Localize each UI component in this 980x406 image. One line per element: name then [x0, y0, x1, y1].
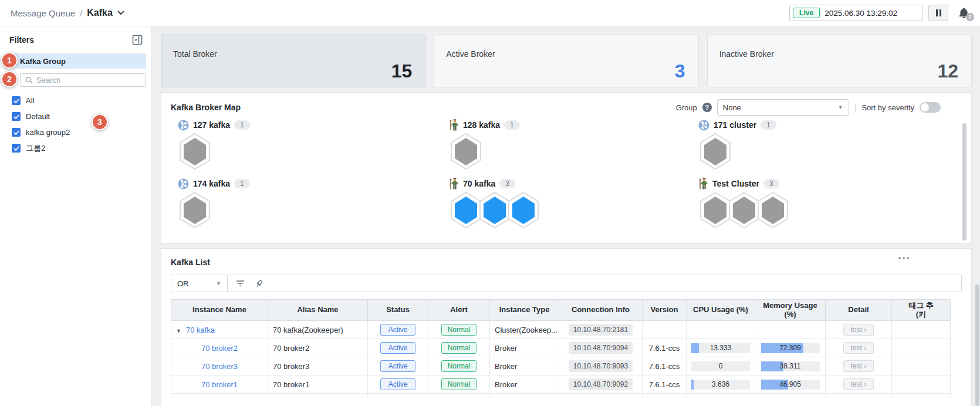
column-header[interactable]: Alias Name: [268, 300, 368, 321]
filter-operator-dropdown[interactable]: OR ▼: [171, 275, 228, 292]
kafka-group-section-header[interactable]: Kafka Group: [5, 53, 146, 69]
detail-cell: test ›: [826, 357, 892, 375]
memory-usage-value: 38.311: [761, 361, 820, 371]
column-header[interactable]: Connection Info: [559, 300, 643, 321]
more-options-icon[interactable]: [898, 257, 909, 259]
column-header[interactable]: Version: [643, 300, 687, 321]
kafka-broker-map-panel: Kafka Broker Map Group ? None ▼ | Sort b…: [161, 92, 972, 243]
filter-item[interactable]: kafka group2: [12, 124, 151, 140]
map-panel-scrollbar[interactable]: [962, 123, 967, 241]
collapse-panel-icon[interactable]: [132, 35, 143, 45]
hexagon-row: [449, 191, 698, 229]
cluster[interactable]: Test Cluster3: [698, 177, 962, 229]
status-cell: Active: [368, 357, 428, 375]
column-header[interactable]: CPU Usage (%): [687, 300, 755, 321]
memory-usage-cell: 46.905: [755, 375, 826, 394]
cluster-count-badge: 1: [234, 120, 250, 130]
kafka-list-header: Kafka List: [171, 255, 962, 270]
cluster[interactable]: 171 cluster1: [698, 119, 962, 170]
memory-usage-bar: 46.905: [761, 380, 820, 390]
topbar-controls: Live 2025.06.30 13:29:02 0: [789, 5, 971, 21]
notification-bell[interactable]: 0: [958, 6, 971, 19]
memory-usage-value: 46.905: [761, 380, 820, 390]
help-icon[interactable]: ?: [702, 103, 712, 112]
breadcrumb-parent[interactable]: Message Queue: [11, 8, 75, 18]
cluster[interactable]: 127 kafka1: [178, 119, 449, 170]
broker-hexagon[interactable]: [449, 133, 483, 170]
annotation-badge-3: 3: [92, 114, 108, 130]
checkbox-checked-icon[interactable]: [12, 96, 21, 105]
cluster[interactable]: 128 kafka1: [449, 119, 698, 170]
broker-hexagon[interactable]: [506, 191, 540, 229]
filters-title: Filters: [9, 35, 34, 45]
pin-icon[interactable]: [255, 279, 263, 288]
column-header[interactable]: Instance Name: [171, 300, 268, 321]
group-search-input[interactable]: Search: [20, 73, 146, 87]
connection-info-cell: 10.10.48.70:9092: [559, 375, 643, 394]
broker-hexagon[interactable]: [698, 133, 732, 170]
cluster-count-badge: 3: [499, 179, 515, 188]
alias-name-cell: 70 broker3: [268, 357, 368, 375]
filter-item[interactable]: Default: [12, 109, 151, 124]
filter-item[interactable]: 그룹2: [12, 140, 151, 156]
cpu-usage-bar: 0: [691, 361, 750, 371]
checkbox-checked-icon[interactable]: [12, 128, 21, 137]
group-select-dropdown[interactable]: None ▼: [717, 99, 849, 116]
alert-badge: Normal: [441, 360, 477, 372]
column-header[interactable]: Alert: [428, 300, 490, 321]
kafka-cluster-icon: [178, 178, 189, 190]
breadcrumb-current[interactable]: Kafka: [87, 8, 113, 18]
checkbox-checked-icon[interactable]: [12, 112, 21, 121]
alias-name-cell: 70 broker2: [268, 339, 368, 357]
column-header[interactable]: 태그 추 (키: [892, 300, 951, 321]
detail-button[interactable]: test ›: [843, 360, 874, 372]
sort-by-severity-label: Sort by severity: [861, 103, 914, 112]
checkbox-checked-icon[interactable]: [12, 144, 21, 153]
kafka-cluster-icon: [178, 120, 189, 131]
controls-divider: |: [854, 103, 857, 112]
cluster-name: Test Cluster: [712, 179, 759, 188]
column-header[interactable]: Status: [368, 300, 428, 321]
filter-icon[interactable]: [235, 279, 245, 287]
broker-hexagon[interactable]: [756, 191, 790, 229]
sort-by-severity-toggle[interactable]: [920, 102, 941, 113]
pause-button[interactable]: [928, 5, 948, 21]
broker-hexagon[interactable]: [178, 191, 212, 229]
live-time-box[interactable]: Live 2025.06.30 13:29:02: [789, 5, 922, 21]
chevron-down-icon[interactable]: [117, 11, 124, 15]
detail-button[interactable]: test ›: [843, 378, 874, 390]
inactive-broker-card[interactable]: Inactive Broker 12: [707, 35, 972, 87]
filters-sidebar: Filters Kafka Group Search AllDefaultkaf…: [0, 26, 151, 406]
cpu-usage-cell: 13.333: [687, 339, 755, 357]
instance-link[interactable]: 70 broker1: [201, 380, 238, 389]
instance-link[interactable]: 70 kafka: [186, 326, 215, 334]
version-cell: 7.6.1-ccs: [643, 375, 687, 394]
alert-cell: Normal: [428, 339, 490, 357]
expand-arrow-icon[interactable]: ▼: [176, 328, 181, 334]
table-body: ▼70 kafka70 kafka(Zookeeper)ActiveNormal…: [171, 321, 951, 397]
cluster-label: 171 cluster1: [698, 119, 962, 131]
column-header[interactable]: Memory Usage (%): [755, 300, 826, 321]
inactive-broker-label: Inactive Broker: [719, 49, 774, 59]
detail-button[interactable]: test ›: [843, 342, 874, 354]
column-header[interactable]: Instance Type: [490, 300, 559, 321]
cluster-count-badge: 1: [504, 120, 520, 130]
cluster[interactable]: 174 kafka1: [178, 177, 449, 229]
cpu-usage-value: 3.636: [691, 380, 750, 390]
total-broker-card[interactable]: Total Broker 15: [161, 35, 425, 87]
filter-item-label: All: [26, 96, 34, 105]
cluster-count-badge: 3: [763, 179, 779, 188]
filter-item-label: kafka group2: [26, 128, 70, 137]
cluster[interactable]: 70 kafka3: [449, 177, 698, 229]
instance-link[interactable]: 70 broker3: [201, 362, 238, 371]
detail-button[interactable]: test ›: [843, 324, 874, 336]
page-scrollbar[interactable]: [975, 285, 979, 406]
memory-usage-value: 72.309: [761, 343, 820, 353]
active-broker-card[interactable]: Active Broker 3: [434, 35, 698, 87]
broker-hexagon[interactable]: [178, 133, 212, 170]
filter-item[interactable]: All: [12, 93, 151, 109]
alert-cell: Normal: [428, 321, 490, 339]
instance-link[interactable]: 70 broker2: [201, 344, 238, 353]
cluster-name: 171 cluster: [714, 120, 756, 130]
column-header[interactable]: Detail: [826, 300, 892, 321]
